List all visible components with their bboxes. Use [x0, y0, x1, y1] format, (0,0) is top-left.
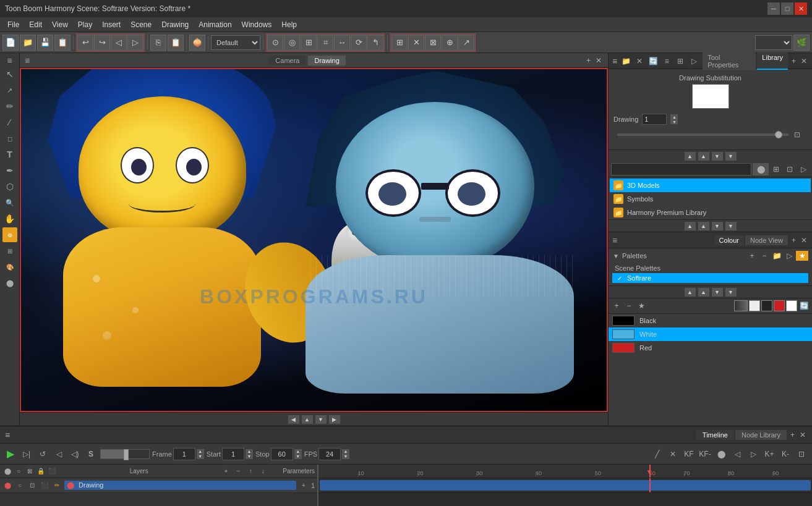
- tab-colour[interactable]: Colour: [714, 235, 744, 245]
- panel-grid-icon[interactable]: ⊞: [674, 55, 686, 67]
- maximize-button[interactable]: □: [781, 2, 793, 15]
- panel-add-button[interactable]: +: [790, 57, 797, 65]
- panel-list-icon[interactable]: ≡: [660, 55, 673, 67]
- canvas-menu-icon[interactable]: ≡: [25, 56, 30, 65]
- ds-nav-down[interactable]: ▼: [712, 152, 723, 161]
- left-toolbar-menu-icon[interactable]: ≡: [7, 56, 12, 65]
- panel-folder-icon[interactable]: 📁: [620, 55, 632, 67]
- minimize-button[interactable]: ─: [767, 2, 780, 15]
- ink-tool-button[interactable]: ✒: [2, 163, 17, 178]
- colour-link-button[interactable]: ★: [636, 301, 647, 311]
- palette-item-softrare[interactable]: ✓ Softrare: [612, 273, 808, 283]
- colour-item-red[interactable]: Red: [609, 341, 812, 355]
- colour-swatch-red[interactable]: [774, 300, 785, 311]
- tab-library[interactable]: Library: [757, 53, 788, 70]
- library-item-3dmodels[interactable]: 📁 3D Models: [610, 179, 811, 192]
- contour-editor-button[interactable]: ↗: [2, 83, 17, 98]
- menu-view[interactable]: View: [47, 19, 73, 30]
- library-option-1[interactable]: ⊞: [770, 163, 782, 175]
- tb-btn-4[interactable]: ▷: [127, 35, 143, 51]
- stop-spin-down[interactable]: ▼: [294, 454, 302, 459]
- track-pencil-icon[interactable]: ✏: [52, 481, 62, 491]
- pal-nav-4[interactable]: ▼: [725, 288, 737, 297]
- colour-swatch-solid[interactable]: [749, 300, 760, 311]
- draw-mode-button[interactable]: ╱: [650, 447, 664, 461]
- pal-nav-1[interactable]: ▲: [685, 288, 696, 297]
- track-icon-2[interactable]: ○: [14, 466, 24, 476]
- select-tool-button[interactable]: ↖: [2, 67, 17, 82]
- menu-windows[interactable]: Windows: [237, 19, 277, 30]
- morphing-button[interactable]: ⬤: [2, 276, 17, 290]
- library-item-harmony[interactable]: 📁 Harmony Premium Library: [610, 206, 811, 219]
- fps-spin-down[interactable]: ▼: [342, 454, 349, 459]
- menu-drawing[interactable]: Drawing: [156, 19, 194, 30]
- text-tool-button[interactable]: T: [2, 147, 17, 162]
- palette-remove-button[interactable]: −: [759, 251, 770, 261]
- hand-button[interactable]: ✋: [2, 211, 17, 226]
- kf-minus-button[interactable]: K-: [779, 447, 792, 461]
- menu-file[interactable]: File: [2, 19, 24, 30]
- kf-options-button[interactable]: ⬤: [714, 447, 728, 461]
- delete-kf-button[interactable]: KF-: [698, 447, 712, 461]
- flip-btn[interactable]: ↔: [334, 35, 350, 51]
- track-lock-icon[interactable]: ○: [15, 481, 25, 491]
- track-add-drawing-button[interactable]: +: [299, 481, 309, 491]
- pal-nav-2[interactable]: ▲: [698, 288, 709, 297]
- layer-down-button[interactable]: ↓: [258, 466, 268, 476]
- tab-tool-properties[interactable]: Tool Properties: [703, 53, 756, 70]
- kf-plus-button[interactable]: K+: [763, 447, 776, 461]
- zoom-button[interactable]: 🔍: [2, 195, 17, 210]
- palette-add-button[interactable]: +: [746, 251, 758, 261]
- colour-remove-swatch-button[interactable]: −: [623, 301, 635, 311]
- onion-btn[interactable]: ⌗: [317, 35, 333, 51]
- panel-menu-icon[interactable]: ≡: [612, 56, 617, 66]
- play-button[interactable]: ▶: [4, 447, 17, 461]
- pencil-tool-button[interactable]: ✏: [2, 99, 17, 114]
- menu-insert[interactable]: Insert: [97, 19, 126, 30]
- track-icon-4[interactable]: 🔒: [36, 466, 46, 476]
- library-option-3[interactable]: ▷: [797, 163, 810, 175]
- panel-refresh-icon[interactable]: 🔄: [647, 55, 659, 67]
- start-spin-down[interactable]: ▼: [246, 454, 253, 459]
- camera-btn[interactable]: ⊙: [267, 35, 283, 51]
- panel-close-button[interactable]: ✕: [800, 57, 808, 65]
- render-btn[interactable]: ◎: [284, 35, 300, 51]
- close-button[interactable]: ✕: [795, 2, 807, 15]
- layout-dropdown[interactable]: Default: [211, 35, 260, 50]
- color-eyedropper-button[interactable]: 🎨: [2, 259, 17, 274]
- colour-add-swatch-button[interactable]: +: [611, 301, 622, 311]
- 3d-btn[interactable]: ⟳: [351, 35, 367, 51]
- drawing-slider[interactable]: [617, 133, 788, 136]
- open-button[interactable]: 📁: [20, 35, 36, 51]
- lib-nav-3[interactable]: ▼: [712, 222, 723, 230]
- colour-refresh-button[interactable]: 🔄: [798, 301, 810, 311]
- add-layer-button[interactable]: +: [221, 466, 231, 476]
- kf-prev-button[interactable]: ◁: [730, 447, 744, 461]
- stop-spin-up[interactable]: ▲: [294, 449, 302, 454]
- workspace-btn[interactable]: 🌿: [793, 35, 810, 51]
- onion-skin-tl-button[interactable]: S: [84, 447, 98, 461]
- drawing-value-input[interactable]: [642, 114, 667, 125]
- library-option-2[interactable]: ⊡: [784, 163, 796, 175]
- menu-help[interactable]: Help: [276, 19, 302, 30]
- colour-swatch-white[interactable]: [786, 300, 797, 311]
- next-frame-button[interactable]: ▷|: [20, 447, 33, 461]
- brush-tool-button[interactable]: ⁄: [2, 115, 17, 130]
- loop-region-button[interactable]: ⊡: [795, 447, 808, 461]
- tab-timeline[interactable]: Timeline: [696, 430, 734, 440]
- redo-button[interactable]: ↪: [94, 35, 110, 51]
- library-item-symbols[interactable]: 📁 Symbols: [610, 192, 811, 206]
- erase-kf-button[interactable]: ✕: [666, 447, 680, 461]
- library-search-icon[interactable]: ⬤: [753, 163, 769, 175]
- slider-expand-icon[interactable]: ⊡: [791, 129, 803, 141]
- layer-up-button[interactable]: ↑: [246, 466, 255, 476]
- lib-nav-2[interactable]: ▲: [698, 222, 709, 230]
- timeline-menu-icon[interactable]: ≡: [5, 430, 10, 440]
- loop-button[interactable]: ↺: [36, 447, 49, 461]
- node-btn[interactable]: ↗: [458, 35, 474, 51]
- colour-item-black[interactable]: Black: [609, 314, 812, 327]
- colour-add-button[interactable]: +: [790, 236, 797, 245]
- menu-play[interactable]: Play: [73, 19, 97, 30]
- nav-right-button[interactable]: ▶: [329, 415, 340, 424]
- eyedropper-button[interactable]: ⬡: [2, 179, 17, 194]
